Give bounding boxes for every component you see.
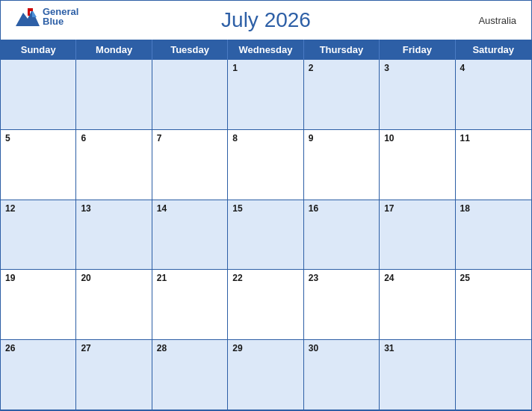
- day-header-wednesday: Wednesday: [228, 40, 303, 60]
- svg-rect-3: [28, 8, 33, 11]
- day-number: 22: [232, 273, 298, 283]
- day-number: 26: [5, 343, 71, 353]
- calendar-day-cell: 2: [304, 60, 380, 130]
- day-header-friday: Friday: [380, 40, 455, 60]
- day-number: 14: [157, 203, 223, 214]
- day-number: 6: [81, 133, 146, 143]
- calendar-header: General Blue July 2026 Australia: [1, 1, 531, 40]
- day-number: 3: [384, 63, 450, 73]
- logo-icon: [16, 7, 40, 26]
- day-number: 7: [157, 133, 223, 143]
- day-number: 2: [309, 63, 374, 73]
- calendar-day-cell: [76, 60, 152, 130]
- calendar-day-cell: 23: [304, 270, 380, 340]
- country-label: Australia: [478, 15, 516, 26]
- calendar-day-cell: 22: [228, 270, 303, 340]
- day-number: 20: [81, 273, 146, 283]
- calendar-day-cell: [152, 60, 228, 130]
- calendar-day-cell: 27: [76, 340, 152, 410]
- calendar-day-cell: 30: [304, 340, 380, 410]
- day-number: 15: [232, 203, 298, 214]
- day-number: 30: [309, 343, 374, 353]
- day-number: 10: [384, 133, 450, 143]
- calendar-day-cell: 13: [76, 200, 152, 271]
- day-number: 5: [5, 133, 71, 143]
- logo: General Blue: [16, 7, 78, 26]
- calendar-day-cell: 25: [456, 270, 531, 340]
- day-number: 23: [309, 273, 374, 283]
- calendar-day-cell: 20: [76, 270, 152, 340]
- calendar-day-cell: 16: [304, 200, 380, 271]
- day-number: 17: [384, 203, 450, 214]
- day-header-monday: Monday: [76, 40, 152, 60]
- calendar-day-cell: 7: [152, 130, 228, 200]
- day-header-saturday: Saturday: [456, 40, 531, 60]
- calendar-day-cell: 10: [380, 130, 455, 200]
- day-number: 18: [460, 203, 527, 214]
- calendar-day-cell: 29: [228, 340, 303, 410]
- day-number: 28: [157, 343, 223, 353]
- day-number: 29: [232, 343, 298, 353]
- day-number: 13: [81, 203, 146, 214]
- calendar-day-cell: 19: [1, 270, 76, 340]
- day-number: 1: [232, 63, 298, 73]
- day-number: 21: [157, 273, 223, 283]
- calendar-day-cell: 5: [1, 130, 76, 200]
- day-number: 31: [384, 343, 450, 353]
- calendar-day-cell: 15: [228, 200, 303, 271]
- calendar: General Blue July 2026 Australia Sunday …: [0, 0, 532, 411]
- logo-text-blue: Blue: [43, 16, 78, 26]
- logo-name: General Blue: [43, 7, 78, 26]
- calendar-day-cell: 8: [228, 130, 303, 200]
- calendar-day-cell: 24: [380, 270, 455, 340]
- calendar-day-cell: 1: [228, 60, 303, 130]
- day-number: 25: [460, 273, 527, 283]
- day-number: 16: [309, 203, 374, 214]
- calendar-day-cell: 28: [152, 340, 228, 410]
- calendar-grid: 1234567891011121314151617181920212223242…: [1, 60, 531, 410]
- day-number: 11: [460, 133, 527, 143]
- calendar-day-cell: 17: [380, 200, 455, 271]
- calendar-day-cell: 11: [456, 130, 531, 200]
- day-number: 12: [5, 203, 71, 214]
- day-header-sunday: Sunday: [1, 40, 76, 60]
- calendar-day-cell: 6: [76, 130, 152, 200]
- day-number: 19: [5, 273, 71, 283]
- calendar-day-cell: 14: [152, 200, 228, 271]
- calendar-day-cell: 3: [380, 60, 455, 130]
- calendar-day-cell: 4: [456, 60, 531, 130]
- calendar-day-cell: 9: [304, 130, 380, 200]
- calendar-day-cell: 18: [456, 200, 531, 271]
- calendar-day-cell: 12: [1, 200, 76, 271]
- day-number: 8: [232, 133, 298, 143]
- month-title: July 2026: [221, 8, 311, 32]
- calendar-day-cell: 26: [1, 340, 76, 410]
- calendar-day-cell: [1, 60, 76, 130]
- day-header-tuesday: Tuesday: [152, 40, 228, 60]
- day-number: 4: [460, 63, 527, 73]
- day-number: 24: [384, 273, 450, 283]
- day-header-thursday: Thursday: [304, 40, 380, 60]
- calendar-day-cell: [456, 340, 531, 410]
- day-number: 27: [81, 343, 146, 353]
- calendar-day-cell: 31: [380, 340, 455, 410]
- calendar-day-cell: 21: [152, 270, 228, 340]
- days-of-week-header: Sunday Monday Tuesday Wednesday Thursday…: [1, 40, 531, 60]
- day-number: 9: [309, 133, 374, 143]
